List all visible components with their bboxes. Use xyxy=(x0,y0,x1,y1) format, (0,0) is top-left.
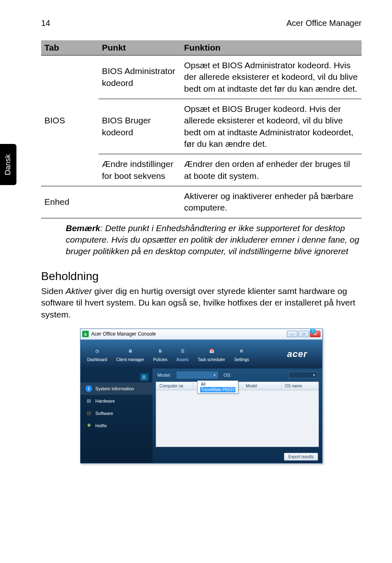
sidebar-item-system-information[interactable]: i System information xyxy=(81,382,152,395)
secondary-dropdown[interactable]: ▾ xyxy=(288,372,317,378)
ribbon-client-manager[interactable]: 🖥 Client manager xyxy=(116,346,144,362)
ribbon-policies[interactable]: 🗎 Policies xyxy=(153,346,167,362)
model-dropdown-popup[interactable]: All TravelMate P653V xyxy=(197,380,238,394)
funk-boot: Ændrer den orden af enheder der bruges t… xyxy=(181,154,362,186)
os-label: OS: xyxy=(224,373,231,378)
th-punkt: Punkt xyxy=(99,40,181,56)
ribbon-label: Client manager xyxy=(116,357,144,362)
sidebar-item-hotfix[interactable]: ✚ Hotfix xyxy=(81,419,152,432)
col-model[interactable]: Model xyxy=(242,382,281,390)
ribbon-assets[interactable]: ☰ Assets xyxy=(176,346,189,362)
sidebar-item-label: System information xyxy=(95,386,134,391)
ribbon-items: ◷ Dashboard 🖥 Client manager 🗎 Policies … xyxy=(87,346,249,362)
hotfix-icon: ✚ xyxy=(85,422,92,429)
info-icon: i xyxy=(85,385,92,392)
punkt-bios-bruger: BIOS Bruger kodeord xyxy=(99,99,181,154)
tab-enhed: Enhed xyxy=(41,186,99,218)
section-heading: Beholdning xyxy=(41,270,362,283)
body-em: Aktiver xyxy=(66,286,92,296)
brand-logo: acer xyxy=(287,349,307,359)
sidebar-item-label: Hardware xyxy=(95,399,115,403)
th-tab: Tab xyxy=(41,40,99,56)
filter-row: Model: ▾ OS: ▾ xyxy=(152,368,322,382)
sidebar-item-software[interactable]: ◳ Software xyxy=(81,407,152,419)
content-panel: Model: ▾ OS: ▾ All TravelMate P653V Comp… xyxy=(152,368,322,463)
model-dropdown[interactable]: ▾ xyxy=(177,372,218,378)
sidebar-item-hardware[interactable]: ▤ Hardware xyxy=(81,395,152,407)
chevron-down-icon: ▾ xyxy=(214,373,216,377)
ribbon-label: Dashboard xyxy=(87,357,107,362)
header-line: 14 Acer Office Manager xyxy=(41,19,362,28)
maximize-button[interactable]: □ xyxy=(298,331,309,337)
ribbon-settings[interactable]: ⚙ Settings xyxy=(234,346,249,362)
ribbon-label: Task scheduler xyxy=(198,357,225,362)
scheduler-icon: 📅 xyxy=(206,346,217,356)
ribbon-label: Assets xyxy=(176,357,189,362)
document-icon[interactable]: 🗎 xyxy=(140,373,148,381)
note-paragraph: Bemærk: Dette punkt i Enhedshåndtering e… xyxy=(66,222,362,257)
sidebar-item-label: Hotfix xyxy=(95,423,107,428)
dropdown-option-travelmate[interactable]: TravelMate P653V xyxy=(200,387,235,392)
punkt-enhed xyxy=(99,186,181,218)
note-text: : Dette punkt i Enhedshåndtering er ikke… xyxy=(66,223,359,256)
ribbon-label: Policies xyxy=(153,357,167,362)
body-pre: Siden xyxy=(41,286,66,296)
funk-enhed: Aktiverer og inaktiverer enheder på bærb… xyxy=(181,186,362,218)
chevron-down-icon: ▾ xyxy=(313,373,315,377)
col-os-name[interactable]: OS name xyxy=(281,382,318,390)
help-icon[interactable]: ? xyxy=(310,328,316,334)
page-content: 14 Acer Office Manager Tab Punkt Funktio… xyxy=(41,19,362,463)
sidebar-toolbar: 🗎 xyxy=(81,372,152,382)
ribbon-dashboard[interactable]: ◷ Dashboard xyxy=(87,346,107,362)
section-body: Siden Aktiver giver dig en hurtig oversi… xyxy=(41,285,362,320)
funk-bios-bruger: Opsæt et BIOS Bruger kodeord. Hvis der a… xyxy=(181,99,362,154)
minimize-button[interactable]: – xyxy=(287,331,297,337)
screenshot-container: a Acer Office Manager Console – □ ✕ ◷ Da… xyxy=(41,329,362,463)
hardware-icon: ▤ xyxy=(85,398,92,404)
col-computer-name[interactable]: Computer na xyxy=(156,382,193,390)
client-icon: 🖥 xyxy=(125,346,136,356)
sidebar: 🗎 i System information ▤ Hardware ◳ Soft… xyxy=(81,368,152,463)
app-icon: a xyxy=(82,331,89,337)
footer-row: Export results xyxy=(152,450,322,463)
app-window: a Acer Office Manager Console – □ ✕ ◷ Da… xyxy=(80,329,323,463)
app-body: 🗎 i System information ▤ Hardware ◳ Soft… xyxy=(81,368,322,463)
bios-table: Tab Punkt Funktion BIOS BIOS Administrat… xyxy=(41,40,362,218)
results-grid: All TravelMate P653V Computer na Model O… xyxy=(156,382,319,447)
dropdown-option-all[interactable]: All xyxy=(200,382,235,387)
assets-icon: ☰ xyxy=(177,346,188,356)
th-funktion: Funktion xyxy=(181,40,362,56)
dashboard-icon: ◷ xyxy=(91,346,103,356)
ribbon-label: Settings xyxy=(234,357,249,362)
model-label: Model: xyxy=(157,373,171,378)
punkt-boot: Ændre indstillinger for boot sekvens xyxy=(99,154,181,186)
note-bold: Bemærk xyxy=(66,223,100,233)
funk-bios-admin: Opsæt et BIOS Administrator kodeord. Hvi… xyxy=(181,56,362,99)
punkt-bios-admin: BIOS Administrator kodeord xyxy=(99,56,181,99)
software-icon: ◳ xyxy=(85,410,92,417)
ribbon-task-scheduler[interactable]: 📅 Task scheduler xyxy=(198,346,225,362)
policies-icon: 🗎 xyxy=(154,346,166,356)
sidebar-item-label: Software xyxy=(95,411,113,416)
gear-icon: ⚙ xyxy=(236,346,247,356)
language-tab: Dansk xyxy=(0,144,16,185)
page-number: 14 xyxy=(41,19,50,28)
export-results-button[interactable]: Export results xyxy=(284,453,318,461)
tab-bios: BIOS xyxy=(41,56,99,186)
language-label: Dansk xyxy=(4,154,13,175)
window-title: Acer Office Manager Console xyxy=(91,331,156,337)
titlebar-left: a Acer Office Manager Console xyxy=(82,331,156,337)
ribbon: ◷ Dashboard 🖥 Client manager 🗎 Policies … xyxy=(81,340,322,368)
titlebar: a Acer Office Manager Console – □ ✕ xyxy=(81,329,322,340)
app-title: Acer Office Manager xyxy=(286,19,362,28)
